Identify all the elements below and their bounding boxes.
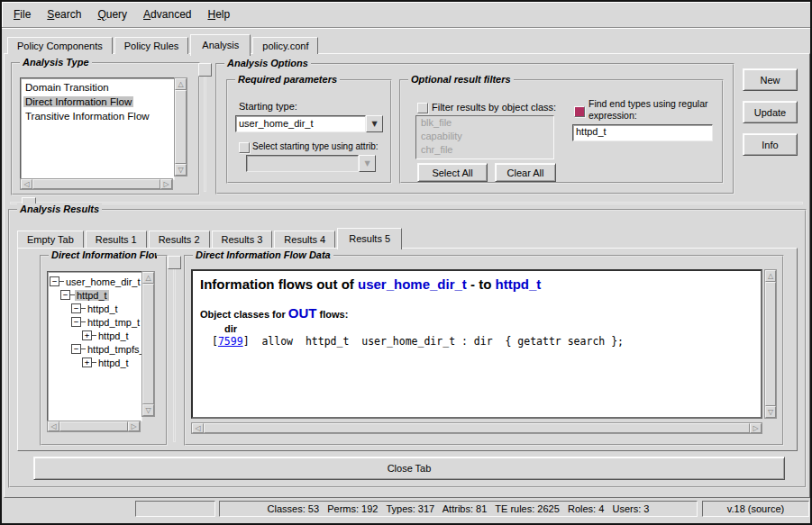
object-class-item: blk_file — [416, 116, 553, 130]
tree-toggle-minus-icon[interactable]: − — [71, 317, 81, 327]
rule-number-link[interactable]: 7599 — [218, 335, 243, 348]
results-tab-results-1[interactable]: Results 1 — [86, 231, 147, 248]
tree-toggle-plus-icon[interactable]: + — [82, 358, 92, 367]
scrollbar-thumb[interactable] — [32, 179, 160, 189]
tree-node-label[interactable]: httpd_t — [86, 303, 120, 314]
scroll-up-icon[interactable]: △ — [175, 78, 187, 90]
info-button[interactable]: Info — [743, 133, 798, 156]
tree-node[interactable]: −httpd_t — [48, 302, 141, 315]
menu-file[interactable]: File — [5, 5, 39, 23]
starting-type-label: Starting type: — [239, 101, 297, 112]
main-tabbar: Policy ComponentsPolicy RulesAnalysispol… — [7, 32, 320, 54]
menu-query[interactable]: Query — [89, 5, 135, 23]
results-tab-results-4[interactable]: Results 4 — [274, 231, 335, 248]
tree-node[interactable]: −httpd_tmp_t — [48, 315, 141, 329]
tree-node[interactable]: +httpd_t — [48, 329, 141, 342]
tree-node-label[interactable]: httpd_tmp_t — [86, 317, 141, 328]
tree-node[interactable]: −httpd_tmpfs_t — [48, 342, 141, 356]
tab-analysis[interactable]: Analysis — [190, 34, 251, 56]
results-tab-empty-tab[interactable]: Empty Tab — [17, 231, 84, 248]
menu-search[interactable]: Search — [39, 5, 89, 23]
tree-node[interactable]: −user_home_dir_t — [48, 275, 141, 288]
starting-type-combobox[interactable]: user_home_dir_t ▼ — [235, 115, 383, 132]
apol-window: FileSearchQueryAdvancedHelp Policy Compo… — [0, 0, 812, 525]
analysis-options-title: Analysis Options — [224, 58, 311, 68]
menu-advanced[interactable]: Advanced — [135, 5, 199, 23]
tab-policy-conf[interactable]: policy.conf — [252, 37, 318, 54]
flow-data-hscrollbar[interactable]: ◁ ▷ — [191, 422, 762, 434]
scroll-down-icon[interactable]: ▽ — [765, 406, 776, 418]
flow-data-textarea[interactable]: Information flows out of user_home_dir_t… — [191, 269, 762, 419]
tree-node-label[interactable]: httpd_t — [96, 330, 131, 341]
scroll-right-icon[interactable]: ▷ — [160, 179, 172, 189]
analysis-results-title: Analysis Results — [17, 204, 102, 214]
chevron-down-icon[interactable]: ▼ — [366, 115, 383, 132]
tree-toggle-minus-icon[interactable]: − — [71, 344, 81, 354]
scrollbar-thumb[interactable] — [142, 284, 154, 404]
flow-direction: OUT — [288, 305, 317, 321]
results-tab-results-5[interactable]: Results 5 — [337, 228, 402, 249]
status-stats-panel: Classes: 53 Perms: 192 Types: 317 Attrib… — [219, 501, 698, 517]
tree-toggle-plus-icon[interactable]: + — [82, 330, 92, 340]
tree-node-label[interactable]: httpd_t — [96, 358, 131, 368]
filter-object-class-checkbox[interactable] — [417, 103, 428, 113]
analysis-type-item[interactable]: Domain Transition — [21, 80, 174, 95]
tab-policy-components[interactable]: Policy Components — [7, 37, 113, 54]
tree-toggle-minus-icon[interactable]: − — [60, 290, 70, 300]
new-button[interactable]: New — [743, 68, 798, 91]
scroll-right-icon[interactable]: ▷ — [128, 421, 140, 431]
tree-node[interactable]: +httpd_t — [48, 356, 141, 369]
status-empty-panel — [135, 501, 215, 517]
results-sash-line — [173, 256, 176, 442]
tab-policy-rules[interactable]: Policy Rules — [114, 37, 189, 54]
clear-all-button[interactable]: Clear All — [495, 163, 556, 182]
scroll-left-icon[interactable]: ◁ — [21, 179, 32, 189]
starting-type-value[interactable]: user_home_dir_t — [235, 115, 366, 132]
flow-source-type: user_home_dir_t — [358, 276, 467, 292]
scroll-up-icon[interactable]: △ — [142, 272, 154, 284]
tree-node[interactable]: −httpd_t — [48, 288, 141, 302]
vertical-sash-handle[interactable] — [198, 63, 212, 77]
update-button[interactable]: Update — [743, 101, 798, 123]
flow-tree: −user_home_dir_t−httpd_t−httpd_t−httpd_t… — [47, 271, 142, 421]
optional-filters-title: Optional result filters — [408, 74, 514, 85]
scroll-left-icon[interactable]: ◁ — [192, 423, 204, 433]
scrollbar-thumb[interactable] — [175, 90, 187, 164]
filter-object-class-label: Filter results by object class: — [432, 102, 556, 113]
results-sash-handle[interactable] — [168, 256, 181, 269]
allow-rule: [7599] allow httpd_t user_home_dir_t : d… — [212, 335, 753, 348]
tree-toggle-minus-icon[interactable]: − — [71, 303, 81, 313]
scroll-down-icon[interactable]: ▽ — [142, 404, 154, 416]
flow-tree-vscrollbar[interactable]: △ ▽ — [141, 271, 155, 417]
optional-filters-group: Optional result filters Filter results b… — [399, 79, 724, 184]
results-tab-results-2[interactable]: Results 2 — [149, 231, 210, 248]
scroll-down-icon[interactable]: ▽ — [175, 164, 187, 176]
flow-data-vscrollbar[interactable]: △ ▽ — [764, 269, 777, 419]
scroll-left-icon[interactable]: ◁ — [48, 421, 59, 431]
scroll-right-icon[interactable]: ▷ — [750, 423, 762, 433]
regex-checkbox[interactable] — [574, 106, 585, 117]
analysis-type-group: Analysis Type Domain TransitionDirect In… — [11, 62, 200, 195]
flow-tree-title: Direct Information Flow Tree — [49, 249, 157, 260]
regex-input[interactable]: httpd_t — [572, 124, 713, 141]
object-class-name: dir — [224, 323, 753, 334]
menu-help[interactable]: Help — [199, 5, 238, 23]
tree-node-label[interactable]: httpd_t — [75, 290, 109, 301]
select-all-button[interactable]: Select All — [417, 163, 488, 182]
analysis-type-item[interactable]: Direct Information Flow — [21, 95, 174, 109]
object-class-item: capability — [416, 130, 553, 143]
analysis-type-hscrollbar[interactable]: ◁ ▷ — [20, 178, 173, 190]
scrollbar-thumb[interactable] — [204, 423, 750, 433]
scrollbar-thumb[interactable] — [765, 282, 776, 406]
tree-node-label[interactable]: httpd_tmpfs_t — [86, 344, 142, 355]
attrib-checkbox[interactable] — [239, 142, 250, 153]
flow-tree-hscrollbar[interactable]: ◁ ▷ — [47, 421, 141, 432]
close-tab-button[interactable]: Close Tab — [33, 457, 785, 480]
scrollbar-thumb[interactable] — [59, 421, 128, 431]
tree-toggle-minus-icon[interactable]: − — [50, 276, 59, 286]
results-tab-results-3[interactable]: Results 3 — [212, 231, 273, 248]
tree-node-label[interactable]: user_home_dir_t — [64, 276, 142, 287]
analysis-type-item[interactable]: Transitive Information Flow — [21, 109, 174, 123]
scroll-up-icon[interactable]: △ — [765, 270, 776, 282]
analysis-type-vscrollbar[interactable]: △ ▽ — [174, 77, 187, 177]
